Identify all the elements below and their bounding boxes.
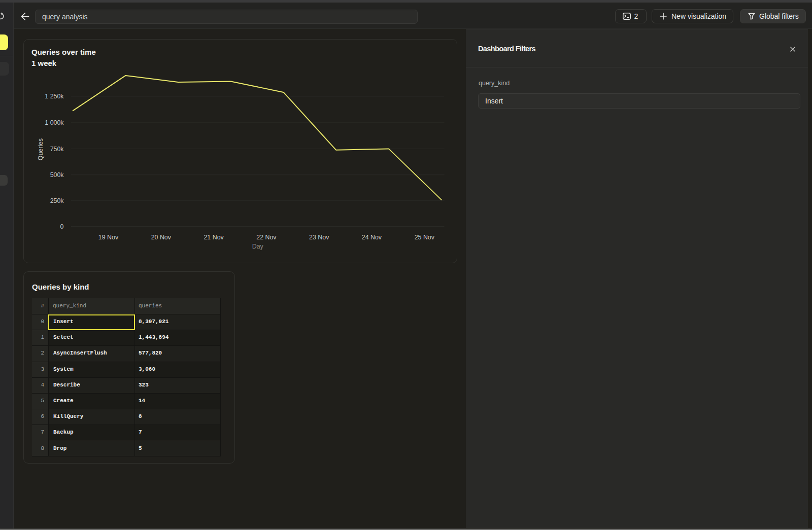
svg-text:250k: 250k xyxy=(50,197,64,204)
svg-text:24 Nov: 24 Nov xyxy=(362,234,382,241)
svg-text:Queries: Queries xyxy=(37,138,44,160)
svg-text:20 Nov: 20 Nov xyxy=(151,234,172,241)
svg-text:21 Nov: 21 Nov xyxy=(204,234,224,241)
svg-text:1 000k: 1 000k xyxy=(45,119,64,126)
svg-text:19 Nov: 19 Nov xyxy=(98,234,119,241)
svg-text:Day: Day xyxy=(252,243,264,250)
svg-text:500k: 500k xyxy=(50,171,64,179)
svg-text:0: 0 xyxy=(60,223,64,230)
svg-text:1 250k: 1 250k xyxy=(45,93,64,100)
svg-text:750k: 750k xyxy=(50,146,64,153)
svg-text:22 Nov: 22 Nov xyxy=(256,234,277,241)
svg-text:25 Nov: 25 Nov xyxy=(415,234,435,241)
svg-text:23 Nov: 23 Nov xyxy=(309,234,329,241)
